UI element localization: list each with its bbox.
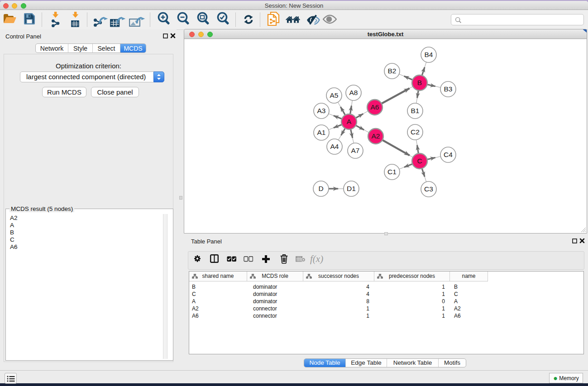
svg-text:A6: A6 <box>371 103 379 111</box>
svg-text:C1: C1 <box>387 168 397 176</box>
svg-text:A: A <box>347 118 352 125</box>
svg-text:A4: A4 <box>330 143 339 150</box>
svg-text:D: D <box>318 185 323 192</box>
svg-text:A8: A8 <box>349 89 358 96</box>
svg-text:A3: A3 <box>317 107 326 114</box>
svg-text:C4: C4 <box>444 151 453 158</box>
svg-text:B: B <box>417 79 422 86</box>
svg-text:A5: A5 <box>330 91 339 99</box>
svg-text:C: C <box>417 157 422 165</box>
svg-text:A7: A7 <box>351 147 360 154</box>
svg-text:B4: B4 <box>425 51 433 58</box>
svg-text:A2: A2 <box>372 132 380 140</box>
svg-text:B1: B1 <box>411 107 420 114</box>
svg-text:B2: B2 <box>388 67 397 75</box>
svg-text:C3: C3 <box>424 185 433 193</box>
svg-text:C2: C2 <box>411 128 420 136</box>
svg-text:A1: A1 <box>317 129 326 136</box>
svg-text:D1: D1 <box>347 185 356 192</box>
svg-text:B3: B3 <box>444 85 453 93</box>
